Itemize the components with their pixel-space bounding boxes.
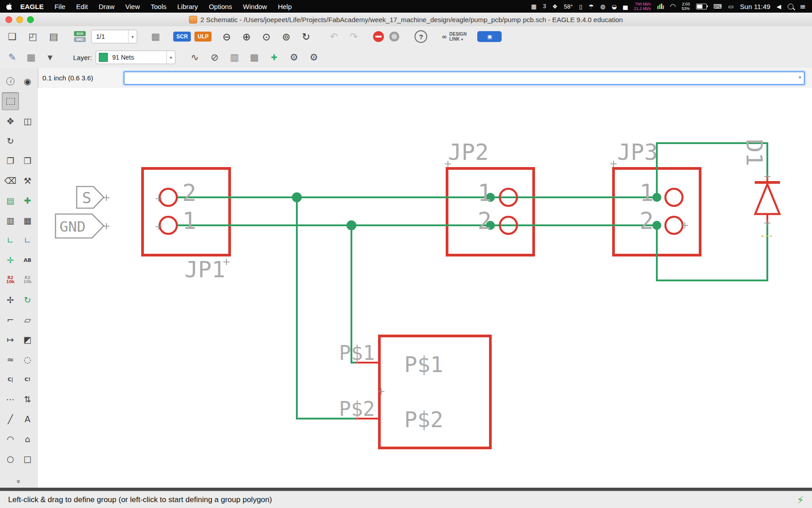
window-titlebar[interactable]: 2 Schematic - /Users/joepeet/Life/Projec…	[0, 13, 812, 27]
delete-tool[interactable]: ⌫	[2, 172, 18, 189]
sheet-selector[interactable]: 1/1 ▾	[91, 30, 137, 43]
junction-dot[interactable]	[346, 220, 356, 230]
battery-slim-icon[interactable]: ▯	[579, 3, 582, 10]
miter-tool[interactable]: ⌐	[2, 311, 18, 328]
mirror-tool[interactable]: ◫	[19, 112, 36, 130]
ic-outline-button[interactable]: ▥	[227, 50, 242, 65]
diamond-icon[interactable]: ❖	[552, 3, 558, 10]
zoom-out-button[interactable]: ⊖	[219, 29, 234, 44]
name-tool[interactable]: ▱	[19, 311, 36, 328]
open-file-button[interactable]: ❏	[5, 29, 20, 44]
jp1-label[interactable]: JP1	[185, 256, 225, 283]
add-part-tool[interactable]: ✚	[19, 192, 36, 209]
zoom-button[interactable]	[27, 16, 34, 23]
battery-icon[interactable]	[696, 4, 707, 9]
menu-help[interactable]: Help	[278, 3, 292, 10]
rotate-tool[interactable]: ↻	[2, 132, 18, 149]
bars-icon[interactable]: ▅	[623, 3, 627, 10]
menu-tools[interactable]: Tools	[151, 3, 166, 10]
move-tool[interactable]: ✥	[2, 112, 18, 130]
spotlight-icon[interactable]	[788, 4, 794, 9]
swap-layer-tool[interactable]: ⇅	[19, 391, 36, 408]
library-loader-badge[interactable]: ▣	[477, 31, 502, 42]
draw-style-button[interactable]: ✎	[5, 50, 20, 65]
print-button[interactable]: ▤	[46, 29, 61, 44]
net-class-tool[interactable]: ≈	[2, 351, 18, 368]
wifi-icon[interactable]: ◠	[670, 2, 676, 10]
stop-button[interactable]	[373, 31, 384, 42]
pinswap-tool[interactable]: ▥	[2, 212, 18, 229]
replace-tool[interactable]: ▤	[2, 192, 18, 209]
chevron-down-icon[interactable]: ▾	[128, 30, 137, 43]
invoke-tool[interactable]: ↦	[2, 331, 18, 348]
weather-temp[interactable]: 58°	[564, 3, 573, 10]
window-manager-icon[interactable]: ▦	[531, 3, 536, 10]
array-tool[interactable]: ↻	[19, 291, 36, 308]
close-button[interactable]	[5, 16, 12, 23]
menu-library[interactable]: Library	[177, 3, 198, 10]
text-tool[interactable]: A	[19, 410, 36, 428]
pattern-tool[interactable]: ⋯	[2, 391, 18, 408]
net-d1-bottom[interactable]	[657, 223, 767, 280]
smash-tool[interactable]: ✢	[2, 291, 18, 308]
zoom-fit-button[interactable]: ⊙	[258, 29, 274, 44]
junction-dot[interactable]	[292, 192, 302, 202]
value-tool[interactable]: R2 10k	[2, 271, 18, 289]
errors-tool[interactable]: C!	[19, 371, 36, 388]
d1-label[interactable]: D1	[741, 139, 767, 166]
d1-anode-triangle[interactable]	[755, 184, 780, 214]
pin-add-button[interactable]: ✚	[267, 50, 282, 65]
undo-button[interactable]: ↶	[326, 29, 341, 44]
jp2-label[interactable]: JP2	[448, 139, 489, 165]
settings-gear-button[interactable]: ⚙	[286, 50, 302, 65]
app-menu-eagle[interactable]: EAGLE	[20, 3, 44, 10]
jp3-pin2-circle[interactable]	[665, 217, 683, 234]
chevron-down-icon[interactable]: ▾	[166, 51, 175, 64]
paste-tool[interactable]: ❒	[19, 152, 36, 169]
menu-lines-icon[interactable]: ≡	[800, 2, 806, 11]
command-input[interactable]	[124, 71, 805, 85]
apple-menu[interactable]	[6, 3, 12, 10]
jp1-pin1-circle[interactable]	[160, 217, 177, 234]
gateswap-tool[interactable]: ▦	[19, 212, 36, 229]
record-button[interactable]	[389, 32, 399, 42]
eye-tool[interactable]: ◉	[19, 73, 36, 90]
ulp-button[interactable]: ULP	[194, 32, 212, 42]
globe-icon[interactable]: ◍	[600, 3, 605, 10]
arc-tool[interactable]: ◠	[2, 430, 18, 447]
cut-tool[interactable]: C|	[2, 371, 18, 388]
dimension-tool[interactable]: ◩	[19, 331, 36, 348]
jp3-label[interactable]: JP3	[617, 139, 658, 165]
design-link-button[interactable]: ∞ DESIGN LINK ▾	[442, 32, 466, 42]
menu-file[interactable]: File	[55, 3, 65, 10]
chevron-down-icon[interactable]: ▾	[798, 75, 801, 80]
no-bend-button[interactable]: ⊘	[207, 50, 222, 65]
ic-filled-button[interactable]: ▦	[247, 50, 262, 65]
junction-tool[interactable]: ✛	[2, 252, 18, 269]
horizontal-scrollbar[interactable]	[0, 488, 812, 491]
help-button[interactable]: ?	[415, 30, 427, 43]
zoom-in-button[interactable]: ⊕	[239, 29, 254, 44]
minimize-button[interactable]	[16, 16, 23, 23]
dot-badge-icon[interactable]: ◒	[612, 3, 617, 10]
menu-window[interactable]: Window	[243, 3, 267, 10]
sch-brd-toggle[interactable]: SCH BRD	[74, 31, 86, 42]
jp1-pin2-circle[interactable]	[160, 189, 177, 206]
junction-dot[interactable]	[652, 221, 661, 230]
net-tool[interactable]: ∟	[2, 232, 18, 249]
save-button[interactable]: ◰	[25, 29, 41, 44]
optimize-tool[interactable]: ◌	[19, 351, 36, 368]
menu-options[interactable]: Options	[209, 3, 232, 10]
group-select-tool[interactable]	[2, 92, 19, 110]
more-tools-button[interactable]: »	[0, 477, 38, 486]
display-icon[interactable]: ▭	[728, 3, 734, 10]
scr-button[interactable]: SCR	[173, 32, 191, 42]
wire-style-button[interactable]: ∿	[187, 50, 203, 65]
zoom-redraw-button[interactable]: ↻	[298, 29, 314, 44]
menu-view[interactable]: View	[125, 3, 140, 10]
menu-edit[interactable]: Edit	[76, 3, 88, 10]
junction-dot[interactable]	[652, 193, 661, 202]
keyboard-icon[interactable]: ⌨	[713, 3, 722, 10]
copy-tool[interactable]: ❐	[2, 152, 18, 169]
info-tool[interactable]: i	[2, 73, 18, 90]
